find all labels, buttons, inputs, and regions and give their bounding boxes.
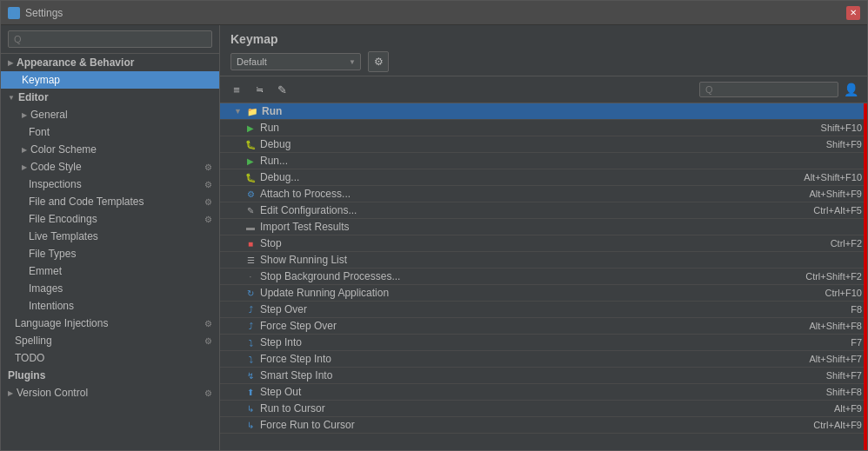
sidebar-item-language-injections[interactable]: Language Injections ⚙	[1, 315, 219, 332]
settings-icon: ⚙	[204, 336, 212, 346]
smart-step-into-icon: ↯	[244, 369, 257, 381]
settings-icon: ⚙	[204, 162, 212, 172]
edit-shortcut-button[interactable]: ✎	[272, 80, 291, 99]
main-panel: Keymap Default ▼ ⚙ ≡	[220, 25, 867, 450]
row-name-cell: 🐛 Debug	[220, 136, 754, 152]
table-row[interactable]: ☰ Show Running List	[220, 252, 867, 269]
sidebar-item-inspections[interactable]: Inspections ⚙	[1, 176, 219, 193]
sidebar-item-todo[interactable]: TODO	[1, 349, 219, 367]
sidebar-item-label: Appearance & Behavior	[17, 56, 134, 69]
run-icon: ▶	[244, 122, 257, 134]
table-row[interactable]: ⬆ Step Out Shift+F8	[220, 384, 867, 401]
table-row[interactable]: ⤴ Step Over F8	[220, 302, 867, 318]
keymap-search-input[interactable]	[699, 82, 838, 97]
table-row[interactable]: ■ Stop Ctrl+F2	[220, 235, 867, 252]
collapse-all-button[interactable]: ≒	[250, 80, 269, 99]
row-shortcut-cell	[754, 159, 867, 162]
settings-icon: ⚙	[204, 319, 212, 328]
row-shortcut-cell: Shift+F10	[754, 121, 867, 135]
row-shortcut-cell	[754, 225, 867, 229]
table-row[interactable]: ↯ Smart Step Into Shift+F7	[220, 368, 867, 384]
keymap-gear-button[interactable]: ⚙	[368, 51, 389, 72]
sidebar-item-code-style[interactable]: ▶ Code Style ⚙	[1, 158, 219, 176]
force-step-over-icon: ⤴	[244, 320, 257, 332]
row-name-cell: ▶ Run...	[220, 153, 754, 169]
table-row[interactable]: ⤵ Force Step Into Alt+Shift+F7	[220, 351, 867, 368]
sidebar-item-label: Spelling	[15, 335, 52, 347]
table-row[interactable]: ▶ Run...	[220, 153, 867, 169]
settings-window: Settings ✕ ▶ Appearance & Behavior Keyma…	[0, 0, 868, 451]
row-name-cell: ⤵ Force Step Into	[220, 351, 754, 367]
debug-icon: 🐛	[244, 138, 257, 150]
row-label: Run	[260, 122, 279, 134]
stop-icon: ■	[244, 237, 257, 249]
row-shortcut-cell: Shift+F7	[754, 368, 867, 382]
row-name-cell: ▬ Import Test Results	[220, 219, 754, 235]
folder-icon: 📁	[246, 105, 258, 117]
keymap-select-wrapper[interactable]: Default ▼	[230, 53, 361, 70]
table-row[interactable]: ✎ Edit Configurations... Ctrl+Alt+F5	[220, 202, 867, 219]
sidebar-section-plugins[interactable]: Plugins	[1, 367, 219, 384]
sidebar-item-label: Live Templates	[29, 230, 98, 242]
sidebar-item-file-encodings[interactable]: File Encodings ⚙	[1, 210, 219, 228]
sidebar-item-general[interactable]: ▶ General	[1, 106, 219, 123]
row-shortcut-cell: Ctrl+Alt+F9	[754, 418, 867, 432]
row-name-cell: ↳ Force Run to Cursor	[220, 417, 754, 433]
refresh-icon: ↻	[244, 287, 257, 299]
sidebar-item-keymap[interactable]: Keymap	[1, 71, 219, 89]
expand-all-button[interactable]: ≡	[227, 80, 246, 99]
sidebar-item-live-templates[interactable]: Live Templates	[1, 228, 219, 245]
row-name-cell: ■ Stop	[220, 235, 754, 251]
row-label: Force Run to Cursor	[260, 419, 355, 431]
row-label: Import Test Results	[260, 221, 349, 233]
search-person-button[interactable]: 👤	[842, 81, 860, 98]
keymap-controls: Default ▼ ⚙	[230, 51, 857, 72]
sidebar-item-images[interactable]: Images	[1, 280, 219, 297]
close-button[interactable]: ✕	[846, 6, 860, 20]
row-label: Show Running List	[260, 254, 347, 266]
table-row[interactable]: ⚙ Attach to Process... Alt+Shift+F9	[220, 186, 867, 202]
table-row[interactable]: ⤵ Step Into F7	[220, 335, 867, 351]
settings-icon: ⚙	[204, 215, 212, 224]
sidebar-item-spelling[interactable]: Spelling ⚙	[1, 332, 219, 349]
table-row[interactable]: · Stop Background Processes... Ctrl+Shif…	[220, 269, 867, 285]
row-name-cell: ↳ Run to Cursor	[220, 401, 754, 416]
table-row[interactable]: ▬ Import Test Results	[220, 219, 867, 235]
sidebar-item-color-scheme[interactable]: ▶ Color Scheme	[1, 141, 219, 158]
row-label: Step Into	[260, 336, 302, 348]
sidebar-item-emmet[interactable]: Emmet	[1, 262, 219, 280]
sidebar: ▶ Appearance & Behavior Keymap ▼ Editor …	[1, 25, 220, 450]
keymap-select[interactable]: Default	[230, 53, 361, 70]
sidebar-item-file-code-templates[interactable]: File and Code Templates ⚙	[1, 193, 219, 210]
table-row[interactable]: ▶ Run Shift+F10	[220, 120, 867, 136]
row-shortcut-cell	[754, 109, 867, 113]
sidebar-item-file-types[interactable]: File Types	[1, 245, 219, 262]
row-name-cell: ↻ Update Running Application	[220, 285, 754, 301]
sidebar-item-appearance[interactable]: ▶ Appearance & Behavior	[1, 54, 219, 71]
table-row[interactable]: 🐛 Debug Shift+F9	[220, 136, 867, 153]
sidebar-item-intentions[interactable]: Intentions	[1, 297, 219, 315]
import-icon: ▬	[244, 221, 257, 233]
table-row[interactable]: ▼ 📁 Run	[220, 103, 867, 120]
row-expand-icon: ▼	[234, 107, 243, 116]
sidebar-item-version-control[interactable]: ▶ Version Control ⚙	[1, 384, 219, 401]
row-name-cell: ▶ Run	[220, 120, 754, 136]
sidebar-search-input[interactable]	[8, 30, 212, 48]
table-row[interactable]: ↻ Update Running Application Ctrl+F10	[220, 285, 867, 302]
table-row[interactable]: 🐛 Debug... Alt+Shift+F10	[220, 169, 867, 186]
arrow-icon: ▶	[22, 111, 27, 119]
keymap-rows-container: ▼ 📁 Run ▶ Run Shift+F10	[220, 103, 867, 450]
sidebar-item-label: Editor	[18, 91, 49, 103]
collapse-all-icon: ≒	[256, 84, 264, 96]
sidebar-item-editor[interactable]: ▼ Editor	[1, 89, 219, 106]
table-row[interactable]: ↳ Force Run to Cursor Ctrl+Alt+F9	[220, 417, 867, 434]
row-shortcut-cell	[754, 258, 867, 262]
list-icon: ☰	[244, 254, 257, 266]
table-row[interactable]: ⤴ Force Step Over Alt+Shift+F8	[220, 318, 867, 335]
sidebar-item-label: General	[30, 109, 68, 121]
row-label: Smart Step Into	[260, 369, 332, 381]
sidebar-item-font[interactable]: Font	[1, 123, 219, 141]
table-row[interactable]: ↳ Run to Cursor Alt+F9	[220, 401, 867, 417]
step-over-icon: ⤴	[244, 303, 257, 315]
run-cursor-icon: ↳	[244, 402, 257, 415]
